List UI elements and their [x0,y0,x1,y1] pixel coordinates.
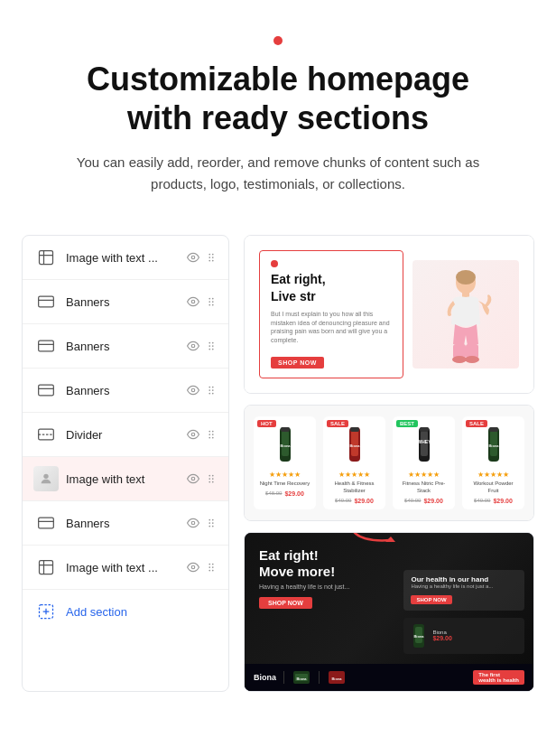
strip-shop-btn[interactable]: The firstwealth is health [473,670,524,685]
dark-tagline: Our health in our hand [411,575,517,583]
svg-text:Biona: Biona [331,677,342,681]
fitness-dot [271,260,278,267]
drag-icon-1[interactable] [205,251,218,264]
eye-icon-2[interactable] [187,295,199,308]
svg-text:Biona: Biona [296,677,307,681]
svg-point-15 [208,302,210,303]
eye-icon-6[interactable] [187,472,199,485]
svg-point-9 [212,260,214,262]
section-row-banners-3[interactable]: Banners [23,369,228,413]
svg-point-25 [212,346,214,348]
drag-icon-5[interactable] [205,428,218,441]
product-card-3: BEST WHEY ★★★★★ Fitness Nitric Pre-Stack [393,416,455,509]
svg-point-31 [208,387,210,388]
svg-rect-0 [40,251,53,265]
drag-icon-4[interactable] [205,384,218,397]
banners-icon-3 [33,378,59,403]
svg-point-23 [212,342,214,344]
section-row-banners-4[interactable]: Banners [23,501,228,546]
section-row-banners-2[interactable]: Banners [23,324,228,369]
fitness-text-box: Eat right,Live str But I must explain to… [259,250,403,378]
drag-icon-7[interactable] [205,517,218,529]
section-thumb-2 [33,466,59,491]
new-price-2: $29.00 [354,498,373,504]
svg-point-77 [456,270,476,285]
svg-text:WHEY: WHEY [417,439,431,444]
right-panel: Eat right,Live str But I must explain to… [244,235,534,691]
section-row-divider[interactable]: Divider [23,413,228,457]
section-actions-3 [187,340,218,352]
svg-point-26 [208,349,210,350]
dark-tagline-btn[interactable]: SHOP NOW [411,595,451,604]
product-price-3: $49.00 $29.00 [398,498,449,504]
svg-point-66 [191,566,195,570]
svg-point-56 [191,522,195,526]
svg-point-72 [212,570,214,572]
product-name-4: Workout Powder Fruit [468,481,519,495]
drag-icon-2[interactable] [205,295,218,308]
old-price-3: $49.00 [404,498,421,503]
fitness-shop-button[interactable]: SHOP NOW [271,357,324,369]
eye-icon-5[interactable] [187,428,199,441]
section-row-image-with-text-3[interactable]: Image with text ... [23,546,228,590]
eye-icon-1[interactable] [187,251,199,264]
products-preview: HOT Biona ★★★★★ Night Time Recovery [245,406,533,520]
svg-point-58 [212,519,214,521]
add-section-icon [33,599,59,624]
image-with-text-icon-1 [33,245,59,270]
section-row-banners-1[interactable]: Banners [23,280,228,324]
svg-point-3 [191,257,195,260]
svg-point-53 [212,481,214,483]
svg-point-71 [208,570,210,572]
drag-icon-3[interactable] [205,340,218,352]
dark-product-price-1: $29.00 [432,635,451,641]
add-section-row[interactable]: Add section [23,590,228,633]
preview-card-fitness: Eat right,Live str But I must explain to… [244,235,534,394]
dark-fitness-preview: Eat right!Move more! Having a healthy li… [245,533,533,691]
product-badge-4: SALE [466,420,487,427]
thumb-placeholder-2 [33,466,59,491]
drag-icon-8[interactable] [205,561,218,574]
svg-point-18 [212,304,214,306]
section-actions-5 [187,428,218,441]
eye-icon-3[interactable] [187,340,199,352]
section-row-image-with-text-2[interactable]: Image with text [23,457,228,501]
svg-text:Biona: Biona [349,443,360,448]
product-img-2: Biona [329,422,380,467]
svg-point-24 [208,346,210,348]
svg-point-43 [212,434,214,436]
svg-point-51 [212,479,214,481]
svg-point-33 [208,390,210,392]
svg-point-8 [208,260,210,262]
svg-text:Biona: Biona [488,443,499,448]
eye-icon-4[interactable] [187,384,199,397]
eye-icon-7[interactable] [187,517,199,529]
new-price-4: $29.00 [493,498,512,504]
svg-point-81 [452,356,467,363]
svg-point-67 [208,564,210,565]
section-label-banners-3: Banners [66,384,180,397]
section-actions-2 [187,295,218,308]
svg-rect-94 [420,427,429,432]
svg-point-82 [465,356,479,363]
dark-tagline-sub: Having a healthy life is not just a... [411,583,517,589]
section-label-image-with-text-3: Image with text ... [66,561,180,574]
section-row-image-with-text-1[interactable]: Image with text ... [23,236,228,280]
svg-point-21 [191,345,195,349]
svg-point-13 [208,298,210,300]
eye-icon-8[interactable] [187,561,199,574]
svg-rect-63 [40,561,53,574]
svg-point-5 [212,254,214,256]
drag-icon-6[interactable] [205,472,218,485]
svg-point-39 [191,434,195,437]
product-badge-2: SALE [327,420,348,427]
product-card-1: HOT Biona ★★★★★ Night Time Recovery [254,416,316,509]
dark-shop-button[interactable]: SHOP NOW [259,597,312,609]
product-stars-3: ★★★★★ [398,471,449,479]
svg-rect-54 [39,518,54,529]
svg-point-36 [212,393,214,395]
svg-point-70 [212,567,214,569]
hero-title: Customizable homepagewith ready sections [54,60,502,137]
banners-icon-1 [33,289,59,314]
svg-point-34 [212,390,214,392]
